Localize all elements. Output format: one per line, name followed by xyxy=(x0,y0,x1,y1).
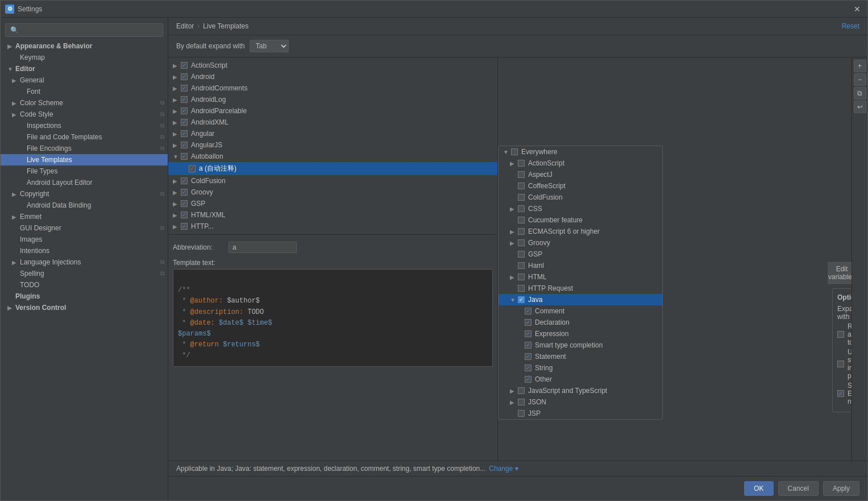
ctx-item-css[interactable]: ▶ CSS xyxy=(499,203,662,214)
ctx-checkbox-other[interactable]: ✓ xyxy=(525,376,531,383)
tpl-group-groovy[interactable]: ▶ ✓ Groovy xyxy=(168,187,497,198)
ctx-checkbox-javascript-ts[interactable] xyxy=(518,387,525,394)
sidebar-item-gui-designer[interactable]: GUI Designer ⧉ xyxy=(1,222,168,234)
ctx-item-json[interactable]: ▶ JSON xyxy=(499,396,662,408)
checkbox-a[interactable]: ✓ xyxy=(189,165,196,172)
ctx-checkbox-smart-type[interactable]: ✓ xyxy=(525,342,531,349)
tpl-group-angularjs[interactable]: ▶ ✓ AngularJS xyxy=(168,139,497,151)
tpl-item-a[interactable]: ✓ a (自动注释) xyxy=(168,162,497,175)
tpl-group-coldfusion[interactable]: ▶ ✓ ColdFusion xyxy=(168,175,497,187)
sidebar-item-plugins[interactable]: Plugins xyxy=(1,291,168,302)
undo-button[interactable]: ↩ xyxy=(854,101,866,113)
ctx-item-smart-type[interactable]: ✓ Smart type completion xyxy=(499,339,662,351)
sidebar-item-spelling[interactable]: Spelling ⧉ xyxy=(1,268,168,279)
ctx-item-aspectj[interactable]: AspectJ xyxy=(499,169,662,180)
ctx-checkbox-http-req[interactable] xyxy=(518,285,525,292)
template-code[interactable]: /** * @author: $author$ * @description: … xyxy=(173,269,493,367)
breadcrumb-parent[interactable]: Editor xyxy=(176,22,194,30)
ctx-item-cucumber[interactable]: Cucumber feature xyxy=(499,214,662,226)
ctx-item-groovy[interactable]: ▶ Groovy xyxy=(499,237,662,249)
tpl-group-android-log[interactable]: ▶ ✓ AndroidLog xyxy=(168,94,497,105)
tpl-group-android-parcelable[interactable]: ▶ ✓ AndroidParcelable xyxy=(168,105,497,117)
sidebar-item-images[interactable]: Images xyxy=(1,234,168,245)
copy-button[interactable]: ⧉ xyxy=(854,87,866,100)
ctx-checkbox-aspectj[interactable] xyxy=(518,171,525,178)
ctx-item-ecmascript[interactable]: ▶ ECMAScript 6 or higher xyxy=(499,226,662,237)
ctx-item-declaration[interactable]: ✓ Declaration xyxy=(499,317,662,328)
ctx-item-everywhere[interactable]: ▼ Everywhere xyxy=(499,146,662,158)
ctx-checkbox-coldfusion[interactable] xyxy=(518,194,525,201)
checkbox-android[interactable]: ✓ xyxy=(181,73,188,80)
static-import-checkbox[interactable] xyxy=(837,361,844,367)
checkbox-html-xml[interactable]: ✓ xyxy=(181,212,188,218)
ctx-checkbox-cucumber[interactable] xyxy=(518,217,525,223)
ctx-item-coldfusion[interactable]: ColdFusion xyxy=(499,192,662,203)
ctx-item-haml[interactable]: Haml xyxy=(499,260,662,271)
ctx-checkbox-haml[interactable] xyxy=(518,262,525,269)
sidebar-item-general[interactable]: ▶ General xyxy=(1,74,168,86)
shorten-eq-checkbox[interactable]: ✓ xyxy=(837,390,844,397)
ctx-checkbox-json[interactable] xyxy=(518,399,525,405)
sidebar-item-inspections[interactable]: Inspections ⧉ xyxy=(1,120,168,131)
ok-button[interactable]: OK xyxy=(744,481,773,496)
reformat-checkbox[interactable] xyxy=(837,331,844,338)
checkbox-coldfusion[interactable]: ✓ xyxy=(181,177,188,184)
cancel-button[interactable]: Cancel xyxy=(778,481,819,496)
sidebar-item-live-templates[interactable]: Live Templates xyxy=(1,154,168,165)
sidebar-item-todo[interactable]: TODO xyxy=(1,279,168,291)
reset-link[interactable]: Reset xyxy=(842,22,859,30)
checkbox-android-xml[interactable]: ✓ xyxy=(181,119,188,126)
checkbox-http[interactable]: ✓ xyxy=(181,223,188,230)
close-button[interactable]: ✕ xyxy=(852,5,863,14)
tpl-group-http[interactable]: ▶ ✓ HTTP... xyxy=(168,221,497,232)
checkbox-autoballon[interactable]: ✓ xyxy=(181,153,188,160)
change-link[interactable]: Change ▾ xyxy=(489,465,518,473)
ctx-item-jsp[interactable]: JSP xyxy=(499,408,662,419)
ctx-checkbox-jsp[interactable] xyxy=(518,410,525,417)
ctx-checkbox-java[interactable]: ✓ xyxy=(518,296,525,303)
sidebar-item-file-encodings[interactable]: File Encodings ⧉ xyxy=(1,143,168,154)
ctx-checkbox-html[interactable] xyxy=(518,274,525,280)
ctx-checkbox-actionscript[interactable] xyxy=(518,160,525,167)
ctx-item-gsp[interactable]: GSP xyxy=(499,249,662,260)
ctx-checkbox-expression[interactable]: ✓ xyxy=(525,330,531,337)
tpl-group-angular[interactable]: ▶ ✓ Angular xyxy=(168,128,497,139)
sidebar-item-emmet[interactable]: ▶ Emmet xyxy=(1,211,168,222)
ctx-item-javascript-ts[interactable]: ▶ JavaScript and TypeScript xyxy=(499,385,662,396)
ctx-checkbox-comment[interactable]: ✓ xyxy=(525,308,531,314)
checkbox-android-log[interactable]: ✓ xyxy=(181,96,188,103)
ctx-checkbox-gsp[interactable] xyxy=(518,251,525,258)
ctx-item-html[interactable]: ▶ HTML xyxy=(499,271,662,283)
ctx-checkbox-coffeescript[interactable] xyxy=(518,183,525,189)
apply-button[interactable]: Apply xyxy=(823,481,859,496)
ctx-item-coffeescript[interactable]: CoffeeScript xyxy=(499,180,662,192)
sidebar-item-file-types[interactable]: File Types xyxy=(1,165,168,177)
checkbox-actionscript[interactable]: ✓ xyxy=(181,62,188,69)
sidebar-item-lang-injections[interactable]: ▶ Language Injections ⧉ xyxy=(1,256,168,268)
tpl-group-gsp[interactable]: ▶ ✓ GSP xyxy=(168,198,497,209)
tpl-group-html-xml[interactable]: ▶ ✓ HTML/XML xyxy=(168,209,497,221)
tpl-group-autoballon[interactable]: ▼ ✓ Autoballon xyxy=(168,151,497,162)
expand-select[interactable]: Tab Enter Space xyxy=(250,40,289,52)
ctx-item-other[interactable]: ✓ Other xyxy=(499,374,662,385)
ctx-checkbox-statement[interactable]: ✓ xyxy=(525,353,531,360)
ctx-item-java[interactable]: ▼ ✓ Java xyxy=(499,294,662,305)
checkbox-angular[interactable]: ✓ xyxy=(181,130,188,137)
checkbox-groovy[interactable]: ✓ xyxy=(181,189,188,196)
sidebar-item-appearance[interactable]: ▶ Appearance & Behavior xyxy=(1,40,168,52)
remove-button[interactable]: − xyxy=(854,73,866,86)
ctx-item-string[interactable]: ✓ String xyxy=(499,362,662,374)
ctx-checkbox-ecmascript[interactable] xyxy=(518,228,525,235)
sidebar-item-color-scheme[interactable]: ▶ Color Scheme ⧉ xyxy=(1,97,168,109)
sidebar-item-font[interactable]: Font xyxy=(1,86,168,97)
ctx-item-comment[interactable]: ✓ Comment xyxy=(499,305,662,317)
ctx-checkbox-string[interactable]: ✓ xyxy=(525,365,531,371)
ctx-item-actionscript[interactable]: ▶ ActionScript xyxy=(499,158,662,169)
sidebar-item-android-data[interactable]: Android Data Binding xyxy=(1,200,168,211)
sidebar-item-android-layout[interactable]: Android Layout Editor xyxy=(1,177,168,188)
sidebar-item-editor[interactable]: ▼ Editor xyxy=(1,63,168,74)
checkbox-angularjs[interactable]: ✓ xyxy=(181,142,188,148)
tpl-group-android-xml[interactable]: ▶ ✓ AndroidXML xyxy=(168,117,497,128)
sidebar-item-intentions[interactable]: Intentions xyxy=(1,245,168,256)
sidebar-item-keymap[interactable]: Keymap xyxy=(1,52,168,63)
